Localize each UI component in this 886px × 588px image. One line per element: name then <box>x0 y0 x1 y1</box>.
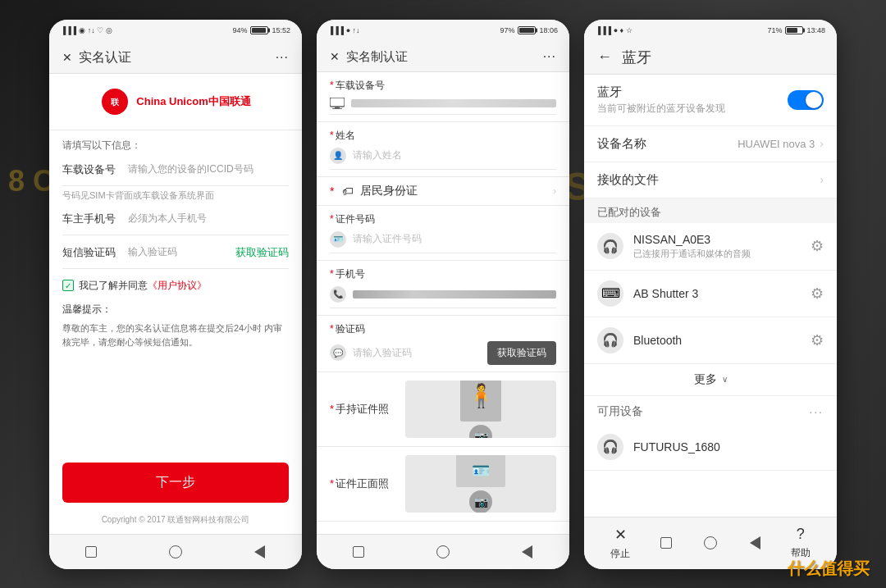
photo2-card-preview: 🪪 <box>456 455 505 487</box>
phone1-close-button[interactable]: ✕ 实名认证 <box>62 49 131 66</box>
phone3-nav-circle[interactable] <box>701 534 719 552</box>
phone3-status-right: 71% 13:48 <box>767 26 825 34</box>
phone2-more-button[interactable]: ··· <box>543 49 556 64</box>
unicom-icon: 联 <box>100 87 130 116</box>
phone3-status-bar: ▐▐▐ ● ♦ ☆ 71% 13:48 <box>584 20 837 41</box>
device-name-chevron-icon: › <box>820 137 824 150</box>
bluetooth-device-name: Bluetooth <box>633 334 801 347</box>
phone2-circle-icon <box>436 545 450 558</box>
phone2-id-number-input-row[interactable]: 🪪 请输入证件号码 <box>330 231 556 253</box>
phone2-phone-section: *手机号 📞 <box>317 261 569 316</box>
phone2: ▐▐▐ ● ↑↓ 97% 18:06 ✕ 实名制认证 ··· <box>317 20 569 569</box>
phone1-icons: ◉ ↑↓ ♡ ◎ <box>79 26 112 34</box>
phone3-header: ← 蓝牙 <box>584 41 837 75</box>
phone2-nav-circle[interactable] <box>434 543 452 561</box>
phone2-id-photo-held-section: *手持证件照 🧍 📷 <box>317 372 569 447</box>
phone1-form-hint: 请填写以下信息： <box>62 139 289 153</box>
phone2-id-photo-held-label: *手持证件照 <box>330 402 395 417</box>
phone2-name-label: *姓名 <box>330 129 556 143</box>
phone3-available-title: 可用设备 <box>597 404 643 419</box>
phone3-more-row[interactable]: 更多 ∨ <box>584 364 837 396</box>
phone3-stop-action[interactable]: ✕ 停止 <box>610 526 630 561</box>
nissan-gear-icon[interactable]: ⚙ <box>811 237 824 255</box>
phone1-nav-square[interactable] <box>82 543 100 561</box>
id-card-preview-icon: 🪪 <box>472 462 490 480</box>
phone2-status-left: ▐▐▐ ● ↑↓ <box>328 26 360 34</box>
phone1-battery-pct: 94% <box>232 26 247 34</box>
abshutter-gear-icon[interactable]: ⚙ <box>811 285 824 303</box>
phone2-nav-square[interactable] <box>349 543 368 561</box>
futurus-device-name: FUTURUS_1680 <box>633 440 824 454</box>
phone3-help-action[interactable]: ? 帮助 <box>791 526 811 560</box>
phone1-get-code-button[interactable]: 获取验证码 <box>235 245 289 260</box>
phone1-warm-tip-title: 温馨提示： <box>62 303 289 317</box>
camera-icon-1: 📷 <box>469 425 492 438</box>
phone1-battery-fill <box>252 28 265 33</box>
watermark-text: 什么值得买 <box>788 559 870 577</box>
phone1-status-right: 94% 15:52 <box>232 26 290 34</box>
phone1-header: ✕ 实名认证 ··· <box>49 41 302 74</box>
phone3-bt-toggle-left: 蓝牙 当前可被附近的蓝牙设备发现 <box>597 84 788 116</box>
phone3-nav-back[interactable] <box>746 534 764 552</box>
phone1-checkbox-row[interactable]: ✓ 我已了解并同意《用户协议》 <box>62 279 289 293</box>
phone1-nav-back[interactable] <box>251 543 269 561</box>
phone1-more-button[interactable]: ··· <box>276 50 289 65</box>
phone2-vehicle-section: *车载设备号 <box>317 72 569 122</box>
computer-icon <box>330 98 345 109</box>
phone2-header: ✕ 实名制认证 ··· <box>317 41 569 72</box>
phone3-more-label: 更多 <box>694 372 717 387</box>
stop-icon: ✕ <box>614 526 627 544</box>
phone3-time: 13:48 <box>806 26 825 34</box>
photo1-required-star: * <box>330 403 334 415</box>
phone2-id-number-label: *证件号码 <box>330 212 556 226</box>
photo2-preview: 🪪 📷 <box>456 455 505 513</box>
user-agreement-link[interactable]: 《用户协议》 <box>148 280 207 291</box>
phone3-available-device-futurus: 🎧 FUTURUS_1680 <box>584 424 837 471</box>
phone3-bt-toggle-switch[interactable] <box>788 90 824 110</box>
phone2-nav-back[interactable] <box>518 543 537 561</box>
phone1-footer: Copyright © 2017 联通智网科技有限公司 <box>49 503 302 534</box>
phone2-id-type-row[interactable]: * 🏷 居民身份证 › <box>317 177 569 206</box>
phone3-nav-square[interactable] <box>657 534 675 552</box>
phone2-status-bar: ▐▐▐ ● ↑↓ 97% 18:06 <box>317 20 569 41</box>
close-x-icon: ✕ <box>62 51 72 64</box>
phone1-sms-input[interactable]: 输入验证码 <box>128 245 229 259</box>
abshutter-device-name: AB Shutter 3 <box>633 287 801 300</box>
phone2-code-placeholder[interactable]: 请输入验证码 <box>353 346 481 360</box>
phone3-spinner: ··· <box>809 405 824 418</box>
phone2-get-code-button[interactable]: 获取验证码 <box>487 341 556 365</box>
abshutter-device-icon: ⌨ <box>597 280 623 307</box>
phone1-owner-label: 车主手机号 <box>62 212 121 226</box>
phone2-name-input-row[interactable]: 👤 请输入姓名 <box>330 148 556 170</box>
help-icon: ? <box>797 526 805 543</box>
phone1-warm-content: 尊敬的车主，您的实名认证信息将在提交后24小时 内审核完毕，请您耐心等候短信通知… <box>62 321 289 350</box>
phone2-vehicle-value-blurred <box>351 99 556 107</box>
phone2-id-front-upload[interactable]: 🪪 📷 <box>405 455 556 513</box>
phone3-received-files-row[interactable]: 接收的文件 › <box>584 162 837 198</box>
phone1-owner-input[interactable]: 必须为本人手机号 <box>128 212 289 226</box>
phone1-next-button[interactable]: 下一步 <box>62 463 289 503</box>
futurus-device-info: FUTURUS_1680 <box>633 440 824 454</box>
phone3-received-files-label: 接收的文件 <box>597 172 659 188</box>
phone3-back-button[interactable]: ← <box>597 48 612 66</box>
phone3-device-name-row[interactable]: 设备名称 HUAWEI nova 3 › <box>584 126 837 162</box>
stop-label: 停止 <box>610 547 630 561</box>
more-chevron-down-icon: ∨ <box>722 375 728 384</box>
futurus-device-icon: 🎧 <box>597 434 623 460</box>
phone1-nav-bar <box>49 534 302 569</box>
toggle-thumb <box>806 92 822 108</box>
phone2-close-button[interactable]: ✕ 实名制认证 <box>330 49 408 65</box>
phone1-status-left: ▐▐▐ ◉ ↑↓ ♡ ◎ <box>61 26 112 34</box>
bluetooth-gear-icon[interactable]: ⚙ <box>811 331 824 349</box>
phone1-vehicle-input[interactable]: 请输入您的设备的ICCID号码 <box>128 162 289 176</box>
phone2-phone-label: *手机号 <box>330 267 556 281</box>
phone1-checkbox-icon: ✓ <box>62 280 74 291</box>
phone3-triangle-icon <box>750 536 760 549</box>
phone3-bt-toggle-title: 蓝牙 <box>597 84 788 100</box>
bluetooth-device-icon: 🎧 <box>597 327 623 353</box>
svg-text:联: 联 <box>110 98 120 107</box>
phone2-square-icon <box>353 546 364 558</box>
phone2-id-photo-held-upload[interactable]: 🧍 📷 <box>405 381 556 438</box>
nissan-device-name: NISSAN_A0E3 <box>633 233 801 246</box>
phone1-nav-circle[interactable] <box>167 543 185 561</box>
